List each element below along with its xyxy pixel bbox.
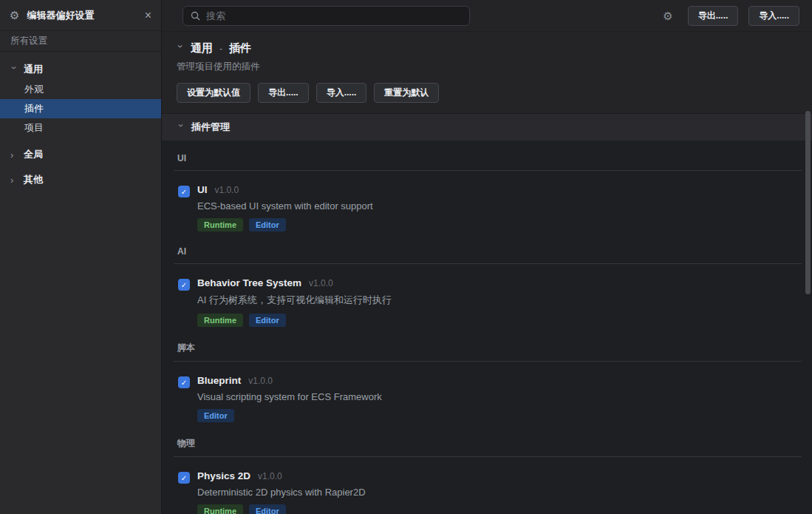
editor-badge: Editor bbox=[249, 218, 286, 231]
category-label: UI bbox=[174, 153, 802, 163]
plugin-category: UI✓UIv1.0.0ECS-based UI system with edit… bbox=[174, 153, 802, 231]
plugin-name-row: UIv1.0.0 bbox=[197, 184, 373, 195]
plugin-version: v1.0.0 bbox=[258, 471, 282, 481]
plugin-badges: Editor bbox=[197, 409, 382, 422]
category-label: 物理 bbox=[174, 437, 802, 450]
plugin-description: AI 行为树系统，支持可视化编辑和运行时执行 bbox=[197, 294, 392, 307]
search-icon bbox=[191, 11, 200, 21]
tree-label: 项目 bbox=[24, 121, 44, 135]
chevron-right-icon: › bbox=[10, 175, 18, 185]
sidebar-item-plugins[interactable]: 插件 bbox=[0, 99, 161, 118]
category-label: AI bbox=[174, 246, 802, 257]
plugin-category: 物理✓Physics 2Dv1.0.0Deterministic 2D phys… bbox=[174, 437, 802, 514]
plugin-description: Visual scripting system for ECS Framewor… bbox=[197, 391, 382, 402]
chevron-down-icon: › bbox=[177, 124, 186, 131]
editor-badge: Editor bbox=[249, 504, 286, 514]
tree-label: 其他 bbox=[24, 173, 43, 186]
tree-label: 插件 bbox=[24, 102, 44, 115]
plugin-info: Behavior Tree Systemv1.0.0AI 行为树系统，支持可视化… bbox=[197, 277, 392, 327]
runtime-badge: Runtime bbox=[197, 218, 243, 231]
reset-default-button[interactable]: 重置为默认 bbox=[374, 83, 439, 103]
plugin-description: ECS-based UI system with editor support bbox=[197, 200, 373, 212]
close-icon[interactable]: × bbox=[145, 10, 151, 21]
spacer bbox=[0, 138, 161, 143]
sidebar: ⚙ 编辑器偏好设置 × 所有设置 › 通用 外观 插件 项目 › 全局 bbox=[0, 0, 162, 514]
category-divider bbox=[174, 456, 802, 457]
plugin-badges: RuntimeEditor bbox=[197, 504, 366, 514]
plugin-version: v1.0.0 bbox=[309, 278, 333, 288]
plugin-row: ✓Behavior Tree Systemv1.0.0AI 行为树系统，支持可视… bbox=[174, 277, 802, 327]
editor-badge: Editor bbox=[249, 314, 286, 327]
settings-tree: › 通用 外观 插件 项目 › 全局 › 其他 bbox=[0, 52, 161, 514]
tree-label: 全局 bbox=[24, 148, 43, 161]
breadcrumb-separator: - bbox=[219, 44, 222, 54]
plugin-version: v1.0.0 bbox=[248, 376, 273, 386]
tree-label: 外观 bbox=[24, 83, 44, 96]
settings-gear-icon: ⚙ bbox=[10, 10, 19, 21]
search-box bbox=[182, 6, 470, 26]
breadcrumb: › 通用 - 插件 bbox=[177, 41, 812, 55]
plugin-row: ✓Blueprintv1.0.0Visual scripting system … bbox=[174, 375, 802, 422]
plugin-name-row: Physics 2Dv1.0.0 bbox=[197, 470, 366, 481]
breadcrumb-parent: 通用 bbox=[191, 41, 213, 55]
export-settings-button[interactable]: 导出..... bbox=[258, 83, 309, 103]
plugin-name-row: Behavior Tree Systemv1.0.0 bbox=[197, 277, 392, 288]
import-button[interactable]: 导入..... bbox=[748, 6, 799, 26]
preferences-window: ⚙ 编辑器偏好设置 × 所有设置 › 通用 外观 插件 项目 › 全局 bbox=[0, 0, 812, 514]
plugin-badges: RuntimeEditor bbox=[197, 314, 392, 327]
runtime-badge: Runtime bbox=[197, 314, 243, 327]
sidebar-item-appearance[interactable]: 外观 bbox=[0, 80, 161, 99]
header-buttons: 设置为默认值 导出..... 导入..... 重置为默认 bbox=[177, 83, 812, 103]
plugin-info: UIv1.0.0ECS-based UI system with editor … bbox=[197, 184, 373, 231]
category-divider bbox=[174, 361, 802, 362]
plugin-checkbox[interactable]: ✓ bbox=[178, 472, 190, 484]
gear-icon[interactable]: ⚙ bbox=[658, 10, 677, 21]
plugin-info: Blueprintv1.0.0Visual scripting system f… bbox=[197, 375, 382, 422]
plugin-row: ✓Physics 2Dv1.0.0Deterministic 2D physic… bbox=[174, 470, 802, 514]
search-input[interactable] bbox=[206, 10, 462, 21]
plugin-category: AI✓Behavior Tree Systemv1.0.0AI 行为树系统，支持… bbox=[174, 246, 802, 327]
window-title: 编辑器偏好设置 bbox=[27, 9, 137, 22]
plugin-name-row: Blueprintv1.0.0 bbox=[197, 375, 382, 386]
category-divider bbox=[174, 170, 802, 171]
sidebar-item-project[interactable]: 项目 bbox=[0, 118, 161, 138]
plugin-name: Blueprint bbox=[197, 375, 241, 386]
sidebar-item-global[interactable]: › 全局 bbox=[0, 143, 161, 166]
plugin-name: Physics 2D bbox=[197, 470, 250, 481]
topbar: ⚙ 导出..... 导入..... bbox=[162, 0, 812, 32]
section-title: 插件管理 bbox=[191, 121, 230, 134]
scrollbar-thumb[interactable] bbox=[805, 111, 811, 294]
plugin-row: ✓UIv1.0.0ECS-based UI system with editor… bbox=[174, 184, 802, 231]
plugin-name: UI bbox=[197, 184, 208, 195]
sidebar-item-general[interactable]: › 通用 bbox=[0, 59, 161, 80]
runtime-badge: Runtime bbox=[197, 504, 243, 514]
plugin-info: Physics 2Dv1.0.0Deterministic 2D physics… bbox=[197, 470, 366, 514]
main-panel: ⚙ 导出..... 导入..... › 通用 - 插件 管理项目使用的插件 设置… bbox=[162, 0, 812, 514]
sidebar-item-other[interactable]: › 其他 bbox=[0, 169, 161, 191]
breadcrumb-current: 插件 bbox=[229, 41, 251, 55]
sidebar-header: ⚙ 编辑器偏好设置 × bbox=[0, 0, 161, 31]
chevron-down-icon[interactable]: › bbox=[176, 45, 185, 53]
editor-badge: Editor bbox=[197, 409, 234, 422]
plugin-version: v1.0.0 bbox=[215, 185, 239, 195]
plugin-name: Behavior Tree System bbox=[197, 277, 301, 288]
plugin-checkbox[interactable]: ✓ bbox=[178, 376, 190, 388]
plugin-management-section-header[interactable]: › 插件管理 bbox=[162, 113, 812, 141]
plugin-category: 脚本✓Blueprintv1.0.0Visual scripting syste… bbox=[174, 342, 802, 422]
content-header: › 通用 - 插件 管理项目使用的插件 设置为默认值 导出..... 导入...… bbox=[162, 32, 812, 113]
plugin-description: Deterministic 2D physics with Rapier2D bbox=[197, 487, 366, 498]
export-button[interactable]: 导出..... bbox=[688, 6, 739, 26]
category-divider bbox=[174, 263, 802, 264]
chevron-right-icon: › bbox=[10, 150, 18, 160]
plugin-checkbox[interactable]: ✓ bbox=[178, 186, 190, 197]
plugin-badges: RuntimeEditor bbox=[197, 218, 373, 231]
page-subtitle: 管理项目使用的插件 bbox=[177, 61, 812, 73]
tree-label: 通用 bbox=[24, 63, 43, 76]
category-label: 脚本 bbox=[174, 342, 802, 354]
import-settings-button[interactable]: 导入..... bbox=[316, 83, 367, 103]
plugin-checkbox[interactable]: ✓ bbox=[178, 279, 190, 291]
set-default-button[interactable]: 设置为默认值 bbox=[177, 83, 250, 103]
plugin-list: UI✓UIv1.0.0ECS-based UI system with edit… bbox=[162, 141, 812, 514]
sidebar-item-all-settings[interactable]: 所有设置 bbox=[0, 31, 161, 52]
chevron-down-icon: › bbox=[10, 66, 19, 73]
